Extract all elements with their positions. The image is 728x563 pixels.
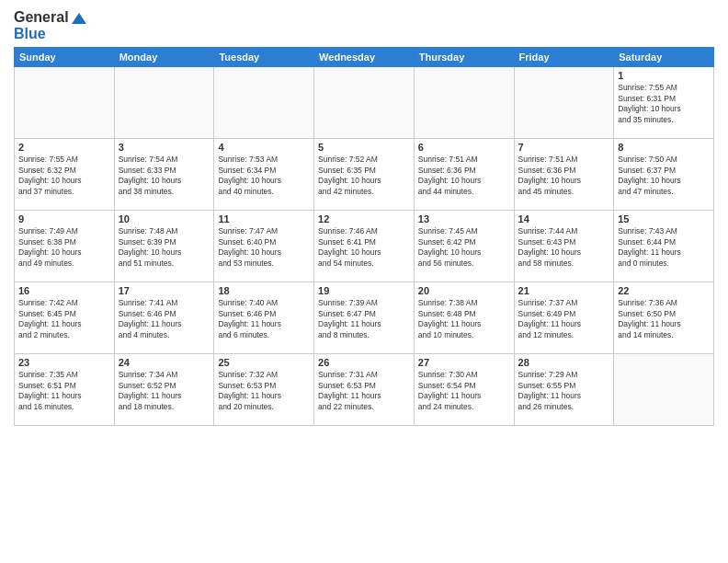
calendar-cell: 10Sunrise: 7:48 AM Sunset: 6:39 PM Dayli… xyxy=(114,211,214,282)
cell-text: Sunrise: 7:36 AM Sunset: 6:50 PM Dayligh… xyxy=(618,298,710,340)
calendar-week-0: 1Sunrise: 7:55 AM Sunset: 6:31 PM Daylig… xyxy=(15,67,714,139)
cell-text: Sunrise: 7:31 AM Sunset: 6:53 PM Dayligh… xyxy=(318,370,410,412)
cell-text: Sunrise: 7:32 AM Sunset: 6:53 PM Dayligh… xyxy=(218,370,310,412)
calendar-cell xyxy=(114,67,214,139)
day-number: 18 xyxy=(218,285,310,296)
cell-text: Sunrise: 7:51 AM Sunset: 6:36 PM Dayligh… xyxy=(518,155,610,197)
day-number: 22 xyxy=(618,285,710,296)
calendar-cell xyxy=(15,67,115,139)
day-number: 12 xyxy=(318,213,410,224)
cell-text: Sunrise: 7:41 AM Sunset: 6:46 PM Dayligh… xyxy=(119,298,210,340)
calendar-cell xyxy=(214,67,314,139)
day-number: 14 xyxy=(518,213,610,224)
cell-text: Sunrise: 7:55 AM Sunset: 6:31 PM Dayligh… xyxy=(618,83,710,125)
day-number: 6 xyxy=(418,142,510,153)
calendar-cell xyxy=(314,67,415,139)
calendar-week-1: 2Sunrise: 7:55 AM Sunset: 6:32 PM Daylig… xyxy=(15,139,714,211)
calendar-cell: 20Sunrise: 7:38 AM Sunset: 6:48 PM Dayli… xyxy=(414,282,514,354)
day-number: 7 xyxy=(518,142,610,153)
header-monday: Monday xyxy=(114,48,214,67)
header-saturday: Saturday xyxy=(614,48,714,67)
calendar-cell: 13Sunrise: 7:45 AM Sunset: 6:42 PM Dayli… xyxy=(414,211,514,282)
day-number: 28 xyxy=(518,357,610,368)
cell-text: Sunrise: 7:52 AM Sunset: 6:35 PM Dayligh… xyxy=(318,155,410,197)
calendar-cell: 9Sunrise: 7:49 AM Sunset: 6:38 PM Daylig… xyxy=(15,211,115,282)
day-number: 8 xyxy=(618,142,710,153)
calendar-cell: 16Sunrise: 7:42 AM Sunset: 6:45 PM Dayli… xyxy=(15,282,115,354)
cell-text: Sunrise: 7:44 AM Sunset: 6:43 PM Dayligh… xyxy=(518,226,610,269)
day-number: 23 xyxy=(18,357,110,368)
cell-text: Sunrise: 7:40 AM Sunset: 6:46 PM Dayligh… xyxy=(218,298,310,340)
cell-text: Sunrise: 7:53 AM Sunset: 6:34 PM Dayligh… xyxy=(218,155,310,197)
header-sunday: Sunday xyxy=(15,48,115,67)
calendar-cell: 27Sunrise: 7:30 AM Sunset: 6:54 PM Dayli… xyxy=(414,354,514,426)
cell-text: Sunrise: 7:35 AM Sunset: 6:51 PM Dayligh… xyxy=(18,370,110,412)
calendar-cell: 14Sunrise: 7:44 AM Sunset: 6:43 PM Dayli… xyxy=(514,211,614,282)
day-number: 17 xyxy=(119,285,210,296)
calendar-table: SundayMondayTuesdayWednesdayThursdayFrid… xyxy=(14,47,714,426)
calendar-cell: 2Sunrise: 7:55 AM Sunset: 6:32 PM Daylig… xyxy=(15,139,115,211)
calendar-cell: 21Sunrise: 7:37 AM Sunset: 6:49 PM Dayli… xyxy=(514,282,614,354)
calendar-cell: 26Sunrise: 7:31 AM Sunset: 6:53 PM Dayli… xyxy=(314,354,415,426)
calendar-cell xyxy=(614,354,714,426)
cell-text: Sunrise: 7:48 AM Sunset: 6:39 PM Dayligh… xyxy=(119,226,210,269)
day-number: 4 xyxy=(218,142,310,153)
calendar-cell: 3Sunrise: 7:54 AM Sunset: 6:33 PM Daylig… xyxy=(114,139,214,211)
calendar-cell: 23Sunrise: 7:35 AM Sunset: 6:51 PM Dayli… xyxy=(15,354,115,426)
cell-text: Sunrise: 7:45 AM Sunset: 6:42 PM Dayligh… xyxy=(418,226,510,269)
calendar-cell xyxy=(414,67,514,139)
header-thursday: Thursday xyxy=(414,48,514,67)
cell-text: Sunrise: 7:43 AM Sunset: 6:44 PM Dayligh… xyxy=(618,226,710,269)
day-number: 1 xyxy=(618,70,710,81)
page: General Blue SundayMondayTuesdayWednesda… xyxy=(0,0,728,563)
day-number: 21 xyxy=(518,285,610,296)
calendar-cell xyxy=(514,67,614,139)
header-friday: Friday xyxy=(514,48,614,67)
cell-text: Sunrise: 7:47 AM Sunset: 6:40 PM Dayligh… xyxy=(218,226,310,269)
logo-text: General Blue xyxy=(14,9,86,41)
calendar-cell: 8Sunrise: 7:50 AM Sunset: 6:37 PM Daylig… xyxy=(614,139,714,211)
day-number: 5 xyxy=(318,142,410,153)
cell-text: Sunrise: 7:54 AM Sunset: 6:33 PM Dayligh… xyxy=(119,155,210,197)
calendar-cell: 22Sunrise: 7:36 AM Sunset: 6:50 PM Dayli… xyxy=(614,282,714,354)
calendar-cell: 11Sunrise: 7:47 AM Sunset: 6:40 PM Dayli… xyxy=(214,211,314,282)
cell-text: Sunrise: 7:30 AM Sunset: 6:54 PM Dayligh… xyxy=(418,370,510,412)
cell-text: Sunrise: 7:49 AM Sunset: 6:38 PM Dayligh… xyxy=(18,226,110,269)
day-number: 2 xyxy=(18,142,110,153)
header-tuesday: Tuesday xyxy=(214,48,314,67)
day-number: 11 xyxy=(218,213,310,224)
day-number: 25 xyxy=(218,357,310,368)
calendar-week-3: 16Sunrise: 7:42 AM Sunset: 6:45 PM Dayli… xyxy=(15,282,714,354)
calendar-cell: 17Sunrise: 7:41 AM Sunset: 6:46 PM Dayli… xyxy=(114,282,214,354)
cell-text: Sunrise: 7:38 AM Sunset: 6:48 PM Dayligh… xyxy=(418,298,510,340)
day-number: 19 xyxy=(318,285,410,296)
calendar-cell: 12Sunrise: 7:46 AM Sunset: 6:41 PM Dayli… xyxy=(314,211,415,282)
cell-text: Sunrise: 7:34 AM Sunset: 6:52 PM Dayligh… xyxy=(119,370,210,412)
day-number: 3 xyxy=(119,142,210,153)
cell-text: Sunrise: 7:37 AM Sunset: 6:49 PM Dayligh… xyxy=(518,298,610,340)
calendar-cell: 24Sunrise: 7:34 AM Sunset: 6:52 PM Dayli… xyxy=(114,354,214,426)
day-number: 24 xyxy=(119,357,210,368)
cell-text: Sunrise: 7:29 AM Sunset: 6:55 PM Dayligh… xyxy=(518,370,610,412)
logo: General Blue xyxy=(14,9,86,41)
calendar-cell: 6Sunrise: 7:51 AM Sunset: 6:36 PM Daylig… xyxy=(414,139,514,211)
day-number: 27 xyxy=(418,357,510,368)
calendar-week-4: 23Sunrise: 7:35 AM Sunset: 6:51 PM Dayli… xyxy=(15,354,714,426)
day-number: 10 xyxy=(119,213,210,224)
calendar-cell: 18Sunrise: 7:40 AM Sunset: 6:46 PM Dayli… xyxy=(214,282,314,354)
calendar-cell: 25Sunrise: 7:32 AM Sunset: 6:53 PM Dayli… xyxy=(214,354,314,426)
day-number: 26 xyxy=(318,357,410,368)
calendar-cell: 28Sunrise: 7:29 AM Sunset: 6:55 PM Dayli… xyxy=(514,354,614,426)
header: General Blue xyxy=(14,9,714,41)
calendar-cell: 7Sunrise: 7:51 AM Sunset: 6:36 PM Daylig… xyxy=(514,139,614,211)
day-number: 9 xyxy=(18,213,110,224)
calendar-cell: 4Sunrise: 7:53 AM Sunset: 6:34 PM Daylig… xyxy=(214,139,314,211)
day-number: 15 xyxy=(618,213,710,224)
cell-text: Sunrise: 7:46 AM Sunset: 6:41 PM Dayligh… xyxy=(318,226,410,269)
cell-text: Sunrise: 7:39 AM Sunset: 6:47 PM Dayligh… xyxy=(318,298,410,340)
cell-text: Sunrise: 7:42 AM Sunset: 6:45 PM Dayligh… xyxy=(18,298,110,340)
cell-text: Sunrise: 7:50 AM Sunset: 6:37 PM Dayligh… xyxy=(618,155,710,197)
day-number: 16 xyxy=(18,285,110,296)
calendar-cell: 19Sunrise: 7:39 AM Sunset: 6:47 PM Dayli… xyxy=(314,282,415,354)
calendar-cell: 1Sunrise: 7:55 AM Sunset: 6:31 PM Daylig… xyxy=(614,67,714,139)
